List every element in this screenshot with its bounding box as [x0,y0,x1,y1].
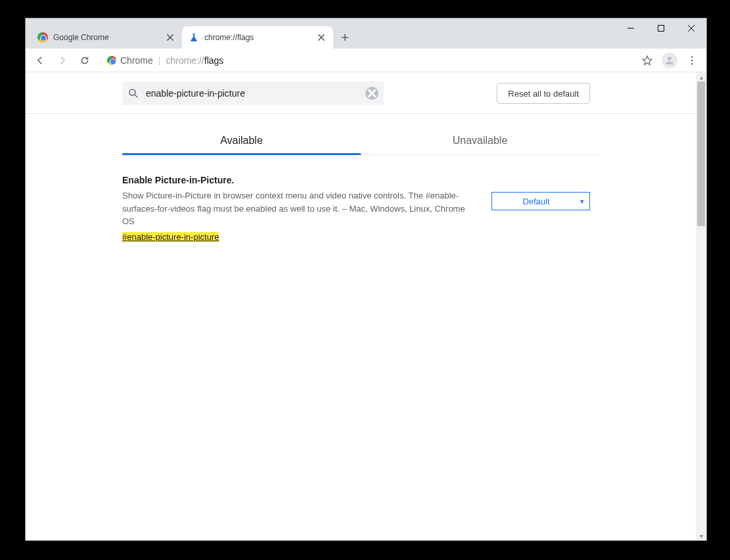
url-text: chrome://flags [166,55,223,66]
flag-anchor-link[interactable]: #enable-picture-in-picture [122,232,219,242]
maximize-button[interactable] [646,18,676,38]
search-icon [127,87,139,99]
kebab-menu-button[interactable] [681,50,702,71]
scroll-down-arrow[interactable]: ▾ [696,531,706,540]
svg-point-1 [668,57,672,60]
close-icon[interactable] [316,32,327,43]
chrome-icon [107,56,116,65]
reset-all-button[interactable]: Reset all to default [497,83,590,104]
url-prefix: chrome:// [166,55,204,66]
window-controls [616,18,706,38]
titlebar: Google Chrome chrome://flags [26,18,706,49]
site-chip-label: Chrome [120,55,153,66]
svg-point-4 [691,63,693,64]
separator: | [158,55,161,66]
forward-button[interactable] [52,50,73,71]
flags-header: Reset all to default [26,72,696,114]
reload-button[interactable] [74,50,95,71]
new-tab-button[interactable] [336,28,354,47]
flag-title: Enable Picture-in-Picture. [122,175,474,185]
svg-rect-0 [658,26,664,32]
scroll-up-arrow[interactable]: ▴ [696,72,706,82]
scrollbar[interactable]: ▴ ▾ [696,72,706,540]
chrome-icon [37,32,48,43]
flags-search-input[interactable] [146,88,359,99]
scrollbar-thumb[interactable] [697,82,705,226]
bookmark-star-button[interactable] [637,50,658,71]
flag-state-select[interactable]: Default [491,192,590,210]
tab-title: chrome://flags [204,33,311,42]
close-window-button[interactable] [676,18,706,38]
flag-item: Enable Picture-in-Picture. Show Picture-… [122,175,590,243]
flags-tabs: Available Unavailable [122,114,599,155]
address-bar[interactable]: Chrome | chrome://flags [101,51,631,70]
toolbar: Chrome | chrome://flags [26,49,706,72]
page-content: Reset all to default Available Unavailab… [26,72,696,540]
clear-search-button[interactable] [365,87,378,100]
flag-select-value: Default [522,197,549,206]
back-button[interactable] [30,50,51,71]
viewport: Reset all to default Available Unavailab… [26,72,706,540]
close-icon[interactable] [165,32,175,43]
tab-title: Google Chrome [53,33,160,42]
profile-avatar[interactable] [662,53,677,68]
site-info-chip[interactable]: Chrome [107,55,153,66]
minimize-button[interactable] [616,18,646,38]
flag-list: Enable Picture-in-Picture. Show Picture-… [122,155,599,243]
browser-tab-google-chrome[interactable]: Google Chrome [31,26,182,49]
flag-description: Show Picture-in-Picture in browser conte… [122,189,474,228]
svg-point-5 [129,89,135,95]
tab-strip: Google Chrome chrome://flags [26,18,706,49]
tab-available[interactable]: Available [122,126,361,154]
browser-tab-flags[interactable]: chrome://flags [182,26,333,49]
flask-icon [189,32,199,43]
svg-point-2 [691,56,693,57]
browser-window: Google Chrome chrome://flags [25,18,707,541]
svg-point-3 [691,59,693,60]
tab-unavailable[interactable]: Unavailable [361,126,599,154]
url-path: flags [204,55,224,66]
flags-search[interactable] [122,82,384,105]
